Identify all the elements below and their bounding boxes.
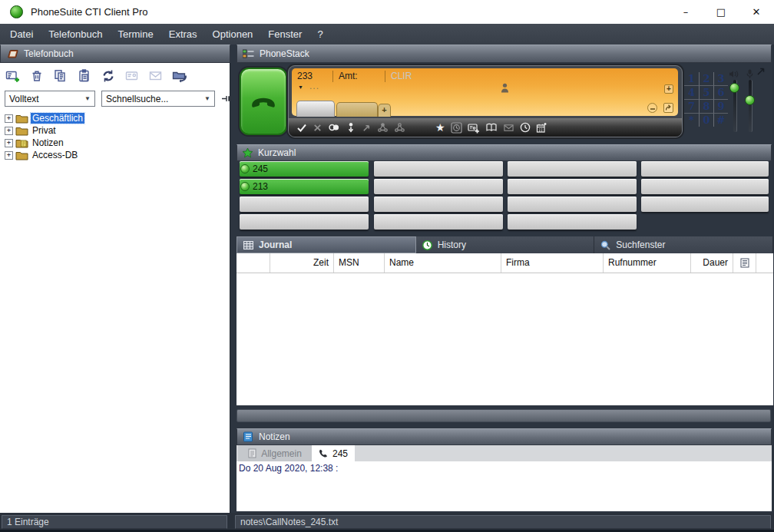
column-dauer[interactable]: Dauer (691, 253, 733, 273)
key-1[interactable]: 1 (684, 72, 699, 85)
speed-dial-empty[interactable] (374, 214, 503, 230)
phonebook-icon[interactable] (485, 122, 498, 133)
menu-termine[interactable]: Termine (110, 24, 160, 45)
favorites-icon[interactable]: ★ (435, 122, 445, 133)
expand-icon[interactable]: + (5, 114, 13, 123)
new-entry-icon[interactable] (5, 68, 22, 84)
hold-icon[interactable] (328, 122, 340, 133)
expand-icon[interactable]: + (5, 139, 13, 147)
history-icon[interactable] (520, 122, 531, 133)
key-2[interactable]: 2 (699, 72, 713, 85)
column-notes[interactable] (733, 253, 756, 273)
column-msn[interactable]: MSN (334, 253, 385, 273)
add-line-button[interactable]: + (664, 84, 673, 94)
phonestack-panel: 233 Amt: CLIR ▼ ... + + ★ (237, 63, 772, 141)
resize-handle-icon[interactable] (756, 66, 766, 76)
key-3[interactable]: 3 (713, 72, 728, 85)
quick-search-input[interactable]: Schnellsuche... ▼ (101, 91, 215, 107)
notes-editor[interactable]: Do 20 Aug 2020, 12:38 : (237, 461, 772, 511)
copy-icon[interactable] (52, 68, 69, 84)
microphone-slider[interactable] (749, 80, 752, 132)
status-notes-file: notes\CallNotes_245.txt (235, 515, 771, 529)
tree-item-privat[interactable]: + Privat (5, 124, 84, 137)
pickup-icon[interactable] (346, 122, 356, 133)
phonebook-panel-title: Telefonbuch (24, 48, 74, 59)
tab-history[interactable]: History (416, 236, 595, 253)
menu-telefonbuch[interactable]: Telefonbuch (41, 24, 110, 45)
speed-dial-empty[interactable] (508, 214, 637, 230)
paste-icon[interactable] (76, 68, 93, 84)
tab-call-245[interactable]: 245 (312, 445, 355, 461)
speed-dial-empty[interactable] (240, 214, 369, 230)
redirect-icon[interactable] (663, 103, 673, 113)
close-button[interactable]: ✕ (739, 0, 774, 24)
menu-optionen[interactable]: Optionen (205, 24, 261, 45)
tab-suchfenster[interactable]: Suchfenster (594, 236, 773, 253)
maximize-button[interactable]: □ (703, 0, 739, 24)
column-firma[interactable]: Firma (501, 253, 604, 273)
volume-slider[interactable] (733, 80, 736, 132)
speed-dial-245[interactable]: 245 (240, 161, 369, 177)
menu-help[interactable]: ? (309, 24, 330, 45)
tab-journal[interactable]: Journal (237, 236, 416, 253)
tab-allgemein[interactable]: Allgemein (238, 445, 313, 461)
microphone-slider-knob[interactable] (745, 95, 755, 105)
new-contact-icon[interactable] (468, 122, 480, 134)
import-export-icon[interactable] (171, 68, 188, 84)
key-star[interactable]: * (684, 113, 699, 127)
speed-dial-empty[interactable] (508, 161, 637, 177)
line-tab-2[interactable] (336, 102, 378, 117)
speed-dial-empty[interactable] (508, 197, 637, 212)
dropdown-arrow-icon[interactable]: ▼ (298, 84, 303, 90)
table-icon (243, 241, 253, 249)
line-tab-1[interactable] (296, 101, 335, 117)
menu-extras[interactable]: Extras (161, 24, 205, 45)
expand-icon[interactable]: + (5, 127, 13, 135)
status-led-icon (240, 182, 250, 191)
key-8[interactable]: 8 (699, 99, 713, 113)
speed-dial-empty[interactable] (240, 197, 369, 212)
column-direction[interactable] (237, 253, 270, 273)
speed-dial-empty[interactable] (374, 197, 503, 212)
expand-icon[interactable]: + (5, 151, 13, 160)
speed-dial-empty[interactable] (641, 161, 769, 177)
speed-dial-empty[interactable] (374, 161, 503, 177)
fulltext-filter-select[interactable]: Volltext ▼ (5, 91, 95, 107)
speed-dial-empty[interactable] (374, 179, 503, 194)
key-7[interactable]: 7 (684, 99, 699, 113)
speed-dial-empty[interactable] (641, 179, 769, 194)
column-zeit[interactable]: Zeit (270, 253, 334, 273)
call-button[interactable] (240, 68, 287, 135)
key-5[interactable]: 5 (699, 85, 713, 99)
key-9[interactable]: 9 (713, 99, 728, 113)
key-0[interactable]: 0 (699, 113, 713, 127)
accept-icon[interactable] (296, 122, 307, 133)
folder-icon (15, 126, 28, 136)
delete-icon[interactable] (28, 68, 45, 84)
key-4[interactable]: 4 (684, 85, 699, 99)
tree-item-geschaeftlich[interactable]: + Geschäftlich (5, 112, 84, 124)
menu-datei[interactable]: Datei (2, 24, 41, 45)
speed-dial-empty[interactable] (508, 179, 637, 194)
note-icon (740, 258, 749, 268)
column-name[interactable]: Name (385, 253, 501, 273)
volume-slider-knob[interactable] (729, 83, 739, 93)
minimize-display-button[interactable] (647, 103, 657, 113)
tree-item-access-db[interactable]: + Access-DB (5, 149, 84, 161)
schedule-call-icon[interactable] (536, 122, 547, 134)
journal-horizontal-scrollbar[interactable] (237, 409, 771, 422)
add-tab-button[interactable]: + (378, 104, 391, 117)
menu-fenster[interactable]: Fenster (260, 24, 309, 45)
column-rufnummer[interactable]: Rufnummer (604, 253, 691, 273)
minimize-button[interactable]: – (668, 0, 703, 24)
key-hash[interactable]: # (713, 113, 728, 127)
redial-list-icon[interactable] (451, 122, 462, 134)
pin-icon[interactable] (221, 94, 231, 104)
key-6[interactable]: 6 (713, 85, 728, 99)
refresh-icon[interactable] (100, 68, 117, 84)
speed-dial-empty[interactable] (641, 197, 769, 212)
speed-dial-213[interactable]: 213 (240, 179, 369, 194)
tree-item-notizen[interactable]: + Notizen (5, 137, 84, 149)
journal-list[interactable] (237, 273, 773, 405)
phonebook-tree: + Geschäftlich + Privat + Notizen + Acce… (5, 112, 84, 161)
